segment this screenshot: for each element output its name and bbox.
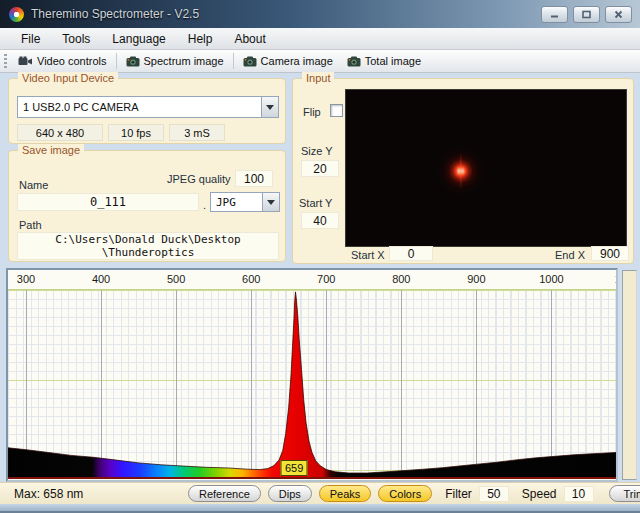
toolbar-button-label: Spectrum image [144, 55, 224, 67]
resolution-box: 640 x 480 [17, 124, 103, 141]
axis-tick-label: 1000 [539, 273, 563, 285]
menu-about[interactable]: About [223, 28, 276, 50]
flip-checkbox[interactable] [330, 104, 343, 117]
menu-tools[interactable]: Tools [51, 28, 101, 50]
status-controls: Reference Dips Peaks Colors Filter 50 Sp… [188, 485, 640, 502]
menu-file[interactable]: File [10, 28, 51, 50]
speed-value[interactable]: 10 [564, 486, 594, 502]
video-device-select[interactable]: 1 USB2.0 PC CAMERA [17, 96, 279, 118]
toolbar-button-label: Camera image [261, 55, 333, 67]
filter-value[interactable]: 50 [479, 486, 509, 502]
toolbar-video-controls-button[interactable]: Video controls [11, 51, 114, 71]
end-x-value[interactable]: 900 [591, 246, 629, 261]
path-line-1: C:\Users\Donald Duck\Desktop [55, 233, 240, 246]
filter-label: Filter [445, 487, 472, 501]
video-device-value: 1 USB2.0 PC CAMERA [18, 101, 261, 113]
chart-axis-strip: 30040050060070080090010001100 [8, 270, 616, 290]
app-logo-icon [9, 7, 24, 22]
size-y-label: Size Y [301, 145, 333, 157]
maximize-icon [581, 9, 592, 20]
toolbar-camera-image-button[interactable]: Camera image [236, 51, 340, 71]
status-bar: Max: 658 nm Reference Dips Peaks Colors … [0, 482, 640, 504]
minimize-button[interactable] [541, 6, 568, 23]
chart-zone: 30040050060070080090010001100 659 [0, 268, 640, 482]
photo-camera-icon [243, 56, 257, 67]
dips-button[interactable]: Dips [268, 485, 312, 502]
maximize-button[interactable] [573, 6, 600, 23]
path-line-2: \Thunderoptics [102, 246, 195, 259]
axis-tick-label: 300 [17, 273, 35, 285]
start-y-value[interactable]: 40 [301, 212, 339, 229]
title-bar: Theremino Spectrometer - V2.5 [0, 0, 640, 28]
window-title: Theremino Spectrometer - V2.5 [31, 7, 199, 21]
save-image-group-title: Save image [18, 144, 84, 157]
axis-tick-label: 500 [167, 273, 185, 285]
input-group: Input Flip Size Y 20 Start Y 40 Start X … [292, 78, 634, 264]
video-input-group-title: Video Input Device [18, 72, 118, 85]
end-x-label: End X [555, 249, 585, 261]
filename-input[interactable]: 0_111 [17, 193, 199, 211]
camera-preview [345, 89, 627, 247]
jpeg-quality-value[interactable]: 100 [235, 170, 273, 187]
video-input-group: Video Input Device 1 USB2.0 PC CAMERA 64… [8, 78, 286, 144]
path-field[interactable]: C:\Users\Donald Duck\Desktop \Thunderopt… [17, 232, 279, 260]
toolbar-total-image-button[interactable]: Total image [340, 51, 428, 71]
name-label: Name [19, 179, 48, 191]
toolbar-spectrum-image-button[interactable]: Spectrum image [119, 51, 231, 71]
chart-baseline [8, 477, 616, 479]
fps-box: 10 fps [108, 124, 164, 141]
window-controls [541, 6, 632, 23]
peaks-button[interactable]: Peaks [319, 485, 372, 502]
colors-button[interactable]: Colors [378, 485, 432, 502]
save-image-group: Save image Name JPEG quality 100 0_111 .… [8, 150, 286, 262]
reference-button[interactable]: Reference [188, 485, 261, 502]
dropdown-arrow-icon[interactable] [262, 193, 279, 211]
toolbar-button-label: Video controls [37, 55, 107, 67]
dot-separator: . [203, 199, 206, 211]
trim-scale-button[interactable]: Trim scale [609, 485, 640, 502]
photo-camera-icon [347, 56, 361, 67]
close-button[interactable] [605, 6, 632, 23]
axis-tick-label: 900 [467, 273, 485, 285]
latency-box: 3 mS [169, 124, 225, 141]
peak-value-label: 659 [281, 460, 307, 476]
menu-bar: File Tools Language Help About [0, 28, 640, 50]
start-y-label: Start Y [299, 197, 332, 209]
format-value: JPG [211, 196, 262, 209]
input-group-title: Input [302, 72, 334, 85]
toolbar: Video controls Spectrum image Camera ima… [0, 50, 640, 73]
window-bottom-border [0, 504, 640, 513]
start-x-value[interactable]: 0 [389, 246, 433, 261]
axis-tick-label: 800 [392, 273, 410, 285]
close-icon [613, 9, 624, 20]
spectrum-plot[interactable]: 659 [8, 290, 616, 479]
right-side-panel [622, 270, 637, 480]
toolbar-separator [233, 53, 234, 69]
flip-label: Flip [303, 106, 321, 118]
photo-camera-icon [126, 56, 140, 67]
start-x-label: Start X [351, 249, 385, 261]
path-label: Path [19, 219, 42, 231]
toolbar-grip [4, 54, 7, 68]
minimize-icon [549, 9, 560, 20]
dropdown-arrow-icon[interactable] [261, 97, 278, 117]
axis-tick-label: 1100 [615, 273, 616, 285]
max-wavelength-label: Max: 658 nm [14, 487, 83, 501]
spectrum-area-series [8, 290, 616, 479]
toolbar-button-label: Total image [365, 55, 421, 67]
menu-help[interactable]: Help [177, 28, 224, 50]
toolbar-separator [116, 53, 117, 69]
format-select[interactable]: JPG [210, 192, 280, 212]
axis-tick-label: 600 [242, 273, 260, 285]
spectrum-chart: 30040050060070080090010001100 659 [6, 268, 618, 482]
axis-tick-label: 700 [317, 273, 335, 285]
axis-tick-label: 400 [92, 273, 110, 285]
app-window: Theremino Spectrometer - V2.5 File Tools… [0, 0, 640, 513]
jpeg-quality-label: JPEG quality [167, 173, 231, 185]
speed-label: Speed [522, 487, 557, 501]
video-camera-icon [18, 56, 33, 67]
size-y-value[interactable]: 20 [301, 160, 339, 177]
menu-language[interactable]: Language [101, 28, 176, 50]
